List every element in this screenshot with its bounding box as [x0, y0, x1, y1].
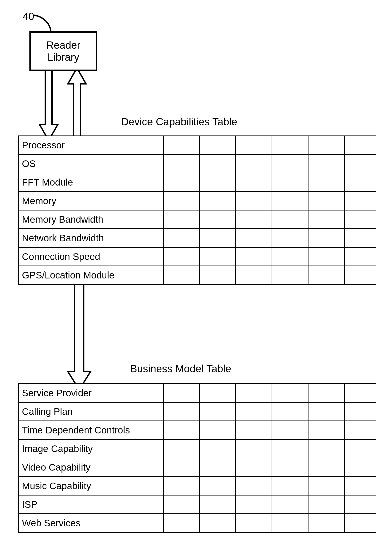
device-caps-cell — [308, 229, 345, 247]
biz-model-cell — [345, 514, 376, 532]
device-caps-cell — [272, 229, 308, 247]
biz-model-row-label: ISP — [19, 495, 163, 514]
device-caps-cell — [345, 266, 376, 284]
reader-library-node: Reader Library — [29, 31, 97, 71]
device-caps-cell — [163, 229, 200, 247]
device-caps-cell — [345, 210, 376, 229]
biz-model-cell — [308, 477, 345, 495]
biz-model-cell — [200, 384, 236, 402]
device-caps-cell — [272, 154, 308, 173]
reader-library-label: Reader Library — [46, 39, 80, 63]
table-row: OS — [19, 154, 376, 173]
biz-model-cell — [308, 495, 345, 514]
device-caps-table: ProcessorOSFFT ModuleMemoryMemory Bandwi… — [18, 135, 376, 285]
biz-model-cell — [308, 421, 345, 439]
device-caps-cell — [200, 192, 236, 210]
device-caps-cell — [236, 266, 272, 284]
arrow-table-to-reader-up — [68, 68, 86, 140]
device-caps-cell — [272, 210, 308, 229]
device-caps-cell — [272, 247, 308, 266]
table-row: ISP — [19, 495, 376, 514]
biz-model-row-label: Service Provider — [19, 384, 163, 402]
device-caps-cell — [200, 154, 236, 173]
biz-model-title: Business Model Table — [130, 362, 231, 375]
biz-model-cell — [236, 384, 272, 402]
table-row: Video Capability — [19, 458, 376, 477]
biz-model-cell — [345, 402, 376, 421]
arrow-tables-down — [68, 281, 90, 390]
biz-model-cell — [345, 384, 376, 402]
biz-model-table: Service ProviderCalling PlanTime Depende… — [18, 383, 376, 533]
table-row: Calling Plan — [19, 402, 376, 421]
biz-model-row-label: Time Dependent Controls — [19, 421, 163, 439]
device-caps-cell — [308, 266, 345, 284]
device-caps-cell — [163, 136, 200, 154]
biz-model-cell — [200, 495, 236, 514]
table-row: Connection Speed — [19, 247, 376, 266]
device-caps-cell — [345, 136, 376, 154]
biz-model-cell — [236, 514, 272, 532]
biz-model-cell — [200, 439, 236, 458]
table-row: FFT Module — [19, 173, 376, 192]
device-caps-cell — [200, 266, 236, 284]
biz-model-cell — [163, 495, 200, 514]
biz-model-cell — [272, 477, 308, 495]
device-caps-cell — [200, 210, 236, 229]
biz-model-cell — [163, 477, 200, 495]
device-caps-row-label: Processor — [19, 136, 163, 154]
device-caps-cell — [163, 154, 200, 173]
biz-model-cell — [200, 421, 236, 439]
device-caps-cell — [272, 192, 308, 210]
table-row: Processor — [19, 136, 376, 154]
table-row: Memory Bandwidth — [19, 210, 376, 229]
biz-model-cell — [236, 477, 272, 495]
device-caps-row-label: OS — [19, 154, 163, 173]
table-row: Image Capability — [19, 439, 376, 458]
biz-model-cell — [272, 439, 308, 458]
biz-model-cell — [345, 439, 376, 458]
biz-model-cell — [308, 402, 345, 421]
device-caps-cell — [345, 192, 376, 210]
device-caps-row-label: Network Bandwidth — [19, 229, 163, 247]
device-caps-cell — [345, 247, 376, 266]
arrow-reader-to-table-down — [40, 68, 58, 140]
device-caps-cell — [236, 154, 272, 173]
biz-model-cell — [345, 477, 376, 495]
device-caps-cell — [236, 192, 272, 210]
table-row: Web Services — [19, 514, 376, 532]
biz-model-row-label: Calling Plan — [19, 402, 163, 421]
biz-model-cell — [272, 402, 308, 421]
table-row: Network Bandwidth — [19, 229, 376, 247]
device-caps-cell — [308, 173, 345, 192]
biz-model-cell — [236, 439, 272, 458]
device-caps-cell — [308, 136, 345, 154]
biz-model-cell — [308, 514, 345, 532]
device-caps-cell — [272, 266, 308, 284]
device-caps-cell — [345, 229, 376, 247]
biz-model-cell — [272, 421, 308, 439]
biz-model-cell — [163, 514, 200, 532]
biz-model-cell — [345, 421, 376, 439]
biz-model-cell — [345, 458, 376, 477]
device-caps-cell — [163, 192, 200, 210]
biz-model-row-label: Video Capability — [19, 458, 163, 477]
table-row: Time Dependent Controls — [19, 421, 376, 439]
biz-model-cell — [272, 495, 308, 514]
device-caps-title: Device Capabilities Table — [121, 116, 237, 128]
biz-model-cell — [272, 384, 308, 402]
device-caps-row-label: Memory Bandwidth — [19, 210, 163, 229]
table-row: Music Capability — [19, 477, 376, 495]
device-caps-cell — [236, 229, 272, 247]
device-caps-cell — [236, 210, 272, 229]
biz-model-row-label: Web Services — [19, 514, 163, 532]
device-caps-cell — [308, 247, 345, 266]
device-caps-cell — [200, 247, 236, 266]
biz-model-cell — [163, 402, 200, 421]
device-caps-cell — [272, 173, 308, 192]
biz-model-row-label: Music Capability — [19, 477, 163, 495]
biz-model-cell — [200, 514, 236, 532]
biz-model-cell — [236, 402, 272, 421]
device-caps-cell — [308, 192, 345, 210]
device-caps-cell — [236, 173, 272, 192]
device-caps-row-label: Connection Speed — [19, 247, 163, 266]
